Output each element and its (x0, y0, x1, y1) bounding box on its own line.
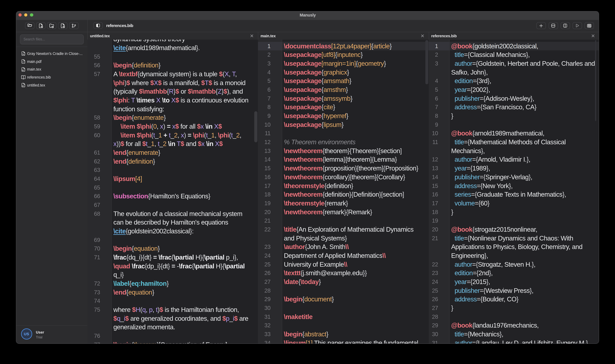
svg-text:PDF: PDF (22, 61, 24, 63)
